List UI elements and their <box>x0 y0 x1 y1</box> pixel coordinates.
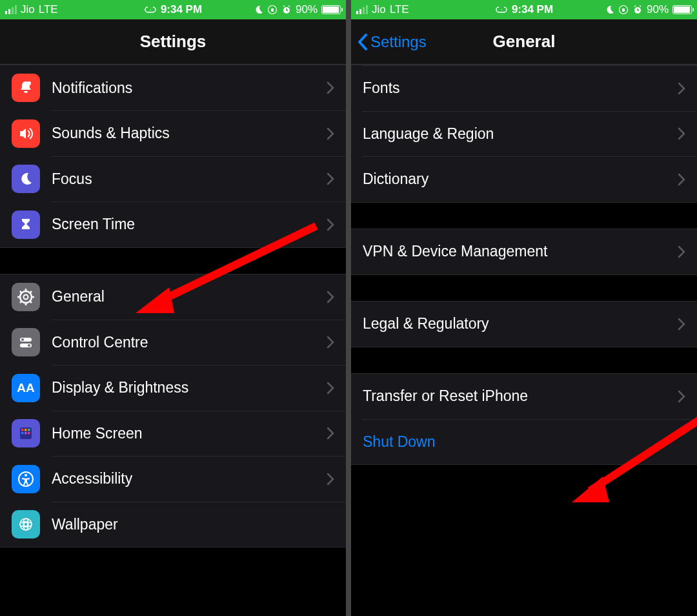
chevron-right-icon <box>678 82 685 95</box>
row-general[interactable]: General <box>0 274 346 320</box>
svg-line-11 <box>30 301 32 303</box>
row-display-brightness[interactable]: AA Display & Brightness <box>0 365 346 411</box>
row-accessibility[interactable]: Accessibility <box>0 457 346 502</box>
home-screen-icon <box>12 419 40 447</box>
speaker-icon <box>12 119 40 148</box>
nav-bar: Settings General <box>351 19 697 65</box>
svg-point-5 <box>24 294 28 299</box>
svg-marker-37 <box>572 477 609 502</box>
network: LTE <box>39 3 58 16</box>
row-label: Notifications <box>52 79 327 97</box>
row-control-centre[interactable]: Control Centre <box>0 320 346 365</box>
row-screen-time[interactable]: Screen Time <box>0 202 346 247</box>
row-label: Transfer or Reset iPhone <box>363 387 678 405</box>
row-legal-regulatory[interactable]: Legal & Regulatory <box>351 302 697 347</box>
chevron-right-icon <box>678 173 685 186</box>
page-title: Settings <box>140 32 207 52</box>
chevron-right-icon <box>327 172 334 185</box>
time: 9:34 PM <box>161 3 202 16</box>
battery-pct: 90% <box>647 3 669 16</box>
svg-point-28 <box>24 522 28 526</box>
toggles-icon <box>12 328 40 356</box>
chevron-right-icon <box>678 245 685 258</box>
chevron-right-icon <box>327 427 334 440</box>
back-button[interactable]: Settings <box>356 19 427 64</box>
row-label: Language & Region <box>363 125 678 143</box>
battery-icon <box>672 5 692 14</box>
chevron-right-icon <box>678 390 685 403</box>
carrier: Jio <box>372 3 386 16</box>
svg-rect-22 <box>21 432 24 435</box>
svg-rect-19 <box>21 429 24 431</box>
accessibility-icon <box>12 465 40 493</box>
row-transfer-reset[interactable]: Transfer or Reset iPhone <box>351 374 697 419</box>
row-label: General <box>52 288 327 305</box>
alarm-icon <box>281 5 292 15</box>
chevron-right-icon <box>327 382 334 395</box>
hotspot-icon <box>144 6 157 14</box>
settings-list[interactable]: Notifications Sounds & Haptics Focus Scr… <box>0 65 346 548</box>
signal-bars-icon <box>356 5 368 14</box>
chevron-right-icon <box>327 291 334 303</box>
status-bar: Jio LTE 9:34 PM 90% <box>351 0 697 19</box>
row-label: Accessibility <box>52 470 327 488</box>
svg-line-10 <box>20 291 22 293</box>
row-language-region[interactable]: Language & Region <box>351 111 697 156</box>
battery-icon <box>321 5 341 14</box>
row-fonts[interactable]: Fonts <box>351 66 697 111</box>
row-label: Control Centre <box>52 334 327 351</box>
row-label: Home Screen <box>52 425 327 442</box>
svg-point-3 <box>27 81 31 85</box>
time: 9:34 PM <box>512 3 553 16</box>
row-dictionary[interactable]: Dictionary <box>351 157 697 202</box>
network: LTE <box>390 3 409 16</box>
nav-bar: Settings <box>0 19 346 65</box>
moon-icon <box>12 165 40 193</box>
wallpaper-icon <box>12 510 40 539</box>
row-label: Dictionary <box>363 170 678 188</box>
chevron-right-icon <box>327 336 334 349</box>
row-sounds-haptics[interactable]: Sounds & Haptics <box>0 111 346 156</box>
svg-point-27 <box>20 518 32 530</box>
carrier: Jio <box>21 3 35 16</box>
svg-rect-23 <box>25 432 27 435</box>
row-label: VPN & Device Management <box>363 243 678 260</box>
row-home-screen[interactable]: Home Screen <box>0 411 346 456</box>
chevron-right-icon <box>678 318 685 331</box>
row-notifications[interactable]: Notifications <box>0 65 346 110</box>
chevron-right-icon <box>327 127 334 140</box>
row-label: Sounds & Haptics <box>52 125 327 142</box>
row-wallpaper[interactable]: Wallpaper <box>0 502 346 547</box>
lock-rotation-icon <box>618 5 629 15</box>
row-label: Focus <box>52 170 327 188</box>
row-label: Legal & Regulatory <box>363 315 678 333</box>
row-shut-down[interactable]: Shut Down <box>351 419 697 464</box>
svg-rect-34 <box>622 8 625 12</box>
phone-right: Jio LTE 9:34 PM 90% Settings General Fon… <box>351 0 697 616</box>
svg-rect-21 <box>28 429 30 431</box>
chevron-left-icon <box>356 32 369 52</box>
row-label: Fonts <box>363 79 678 97</box>
row-vpn-device-management[interactable]: VPN & Device Management <box>351 229 697 274</box>
svg-point-26 <box>25 474 27 477</box>
svg-rect-20 <box>25 429 27 431</box>
svg-point-15 <box>21 338 24 341</box>
hourglass-icon <box>12 210 40 239</box>
svg-point-17 <box>28 344 30 347</box>
row-label: Screen Time <box>52 216 327 233</box>
row-focus[interactable]: Focus <box>0 156 346 201</box>
row-label: Shut Down <box>363 433 685 451</box>
svg-line-13 <box>30 291 32 293</box>
status-bar: Jio LTE 9:34 PM 90% <box>0 0 346 19</box>
row-label: Display & Brightness <box>52 379 327 396</box>
battery-pct: 90% <box>296 3 318 16</box>
svg-line-12 <box>20 301 22 303</box>
gear-icon <box>12 283 40 311</box>
bell-icon <box>12 74 40 102</box>
alarm-icon <box>632 5 643 15</box>
back-label: Settings <box>370 33 427 51</box>
dnd-moon-icon <box>254 5 263 14</box>
hotspot-icon <box>495 6 508 14</box>
chevron-right-icon <box>327 218 334 231</box>
general-list[interactable]: Fonts Language & Region Dictionary VPN &… <box>351 65 697 465</box>
